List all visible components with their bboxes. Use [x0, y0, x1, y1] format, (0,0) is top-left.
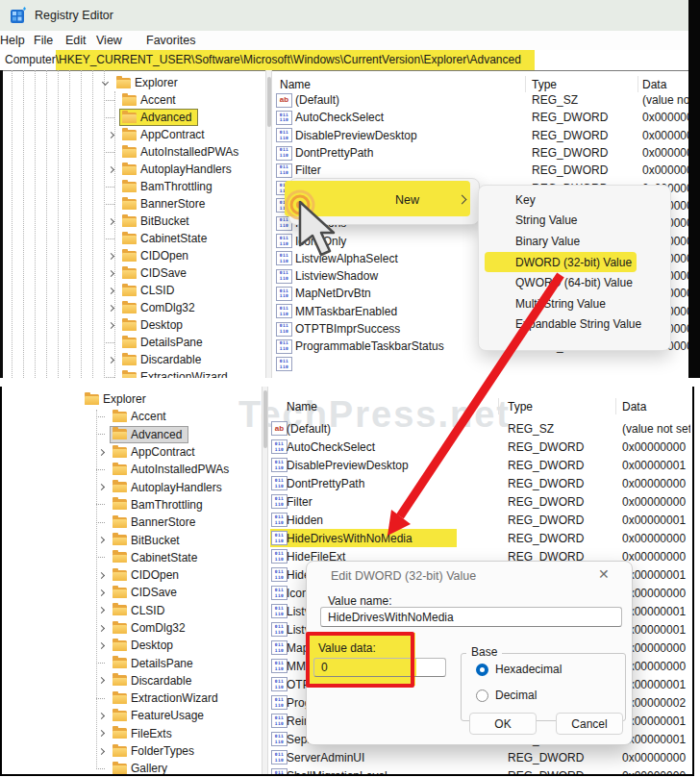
submenu-item[interactable]: Binary Value: [479, 231, 670, 252]
tree-item[interactable]: Accent: [2, 408, 260, 425]
tree-item[interactable]: CIDSave: [2, 584, 260, 601]
chevron-icon[interactable]: [98, 624, 107, 633]
tree-scrollbar[interactable]: [265, 70, 272, 378]
submenu-item[interactable]: Key: [479, 189, 670, 211]
table-row[interactable]: (Default) REG_SZ (value not set): [270, 419, 690, 438]
tree-item[interactable]: CLSID: [2, 602, 260, 619]
tree-item[interactable]: AutoplayHandlers: [2, 478, 260, 495]
submenu-item[interactable]: DWORD (32-bit) Value: [485, 252, 637, 273]
submenu-item[interactable]: String Value: [479, 211, 670, 232]
tree-item[interactable]: Discardable: [3, 351, 265, 368]
table-row[interactable]: HideDrivesWithNoMedia REG_DWORD 0x000000…: [270, 529, 690, 547]
tree-item[interactable]: CIDOpen: [3, 247, 265, 264]
chevron-icon[interactable]: [108, 165, 116, 174]
chevron-icon[interactable]: [108, 183, 116, 191]
chevron-icon[interactable]: [108, 252, 116, 261]
tree-item[interactable]: Discardable: [2, 672, 260, 689]
table-row[interactable]: (Default) REG_SZ (value not set): [272, 91, 688, 109]
tree-item[interactable]: Desktop: [3, 316, 265, 334]
tree-item[interactable]: CIDSave: [3, 264, 265, 282]
address-bar[interactable]: Computer\HKEY_CURRENT_USER\Software\Micr…: [0, 50, 688, 71]
table-row[interactable]: Filter REG_DWORD 0x00000000: [270, 492, 690, 511]
tree-item[interactable]: ComDlg32: [3, 299, 265, 316]
cancel-button[interactable]: Cancel: [556, 713, 623, 735]
chevron-icon[interactable]: [108, 200, 116, 209]
menu-item[interactable]: Favorites: [146, 34, 195, 47]
tree-item[interactable]: Accent: [3, 91, 265, 109]
tree-item[interactable]: Explorer: [3, 74, 265, 91]
tree-item[interactable]: CIDOpen: [2, 566, 260, 584]
chevron-icon[interactable]: [108, 287, 116, 295]
chevron-icon[interactable]: [108, 269, 116, 278]
chevron-icon[interactable]: [108, 148, 116, 157]
tree-item[interactable]: BannerStore: [2, 514, 260, 531]
ok-button[interactable]: OK: [469, 713, 537, 735]
submenu-item[interactable]: Multi-String Value: [479, 293, 670, 314]
chevron-icon[interactable]: [98, 694, 107, 703]
radio-unselected-icon[interactable]: [476, 689, 488, 702]
tree-item[interactable]: AutoInstalledPWAs: [2, 461, 260, 478]
table-row[interactable]: DontPrettyPath REG_DWORD 0x00000000: [270, 474, 690, 492]
chevron-icon[interactable]: [98, 413, 107, 421]
tree-scrollbar[interactable]: [262, 387, 268, 774]
tree-item[interactable]: BitBucket: [2, 531, 260, 548]
menu-item[interactable]: File: [34, 34, 53, 47]
tree-item[interactable]: BannerStore: [3, 195, 265, 213]
tree-item[interactable]: FileExts: [2, 725, 260, 742]
column-header-type[interactable]: Type: [508, 400, 533, 414]
chevron-icon[interactable]: [108, 304, 116, 313]
chevron-icon[interactable]: [108, 217, 116, 226]
chevron-icon[interactable]: [98, 465, 107, 474]
submenu-item[interactable]: Expandable String Value: [479, 314, 670, 336]
chevron-icon[interactable]: [108, 113, 116, 122]
table-row[interactable]: DisablePreviewDesktop REG_DWORD 0x000000…: [272, 127, 688, 144]
column-header-name[interactable]: Name: [287, 400, 317, 414]
tree-item[interactable]: CLSID: [3, 282, 265, 299]
chevron-icon[interactable]: [98, 764, 107, 773]
chevron-icon[interactable]: [108, 321, 116, 330]
tree-item[interactable]: BamThrottling: [2, 496, 260, 514]
tree-item[interactable]: DetailsPane: [3, 334, 265, 351]
tree-item[interactable]: ExtractionWizard: [2, 689, 260, 707]
chevron-icon[interactable]: [98, 553, 107, 562]
table-row[interactable]: ServerAdminUI REG_DWORD 0x00000000: [270, 748, 690, 766]
chevron-icon[interactable]: [98, 589, 107, 597]
column-header-type[interactable]: Type: [532, 78, 557, 91]
chevron-icon[interactable]: [108, 338, 116, 347]
chevron-icon[interactable]: [98, 606, 107, 614]
tree-item[interactable]: AppContract: [3, 126, 265, 143]
table-row[interactable]: AutoCheckSelect REG_DWORD 0x00000000: [270, 438, 690, 456]
chevron-icon[interactable]: [98, 483, 107, 491]
table-row[interactable]: Hidden REG_DWORD 0x00000001: [270, 511, 690, 529]
menu-item[interactable]: View: [96, 34, 122, 47]
table-row[interactable]: AutoCheckSelect REG_DWORD 0x00000000: [272, 109, 688, 126]
table-row[interactable]: DisablePreviewDesktop REG_DWORD 0x000000…: [270, 456, 690, 474]
radio-decimal[interactable]: Decimal: [476, 689, 537, 702]
menu-item[interactable]: Help: [0, 34, 25, 47]
tree-item[interactable]: FeatureUsage: [2, 707, 260, 724]
chevron-icon[interactable]: [70, 395, 79, 404]
chevron-icon[interactable]: [98, 712, 107, 720]
radio-hexadecimal[interactable]: Hexadecimal: [476, 663, 562, 676]
column-divider[interactable]: [615, 398, 616, 414]
tree-item[interactable]: BitBucket: [3, 213, 265, 230]
table-row[interactable]: ShellMigrationLevel REG_DWORD 0x00000000: [270, 766, 690, 774]
tree-item[interactable]: CabinetState: [2, 549, 260, 566]
chevron-icon[interactable]: [98, 518, 107, 527]
tree-item[interactable]: Advanced: [3, 109, 265, 126]
column-divider[interactable]: [638, 76, 638, 92]
chevron-icon[interactable]: [108, 235, 116, 243]
scrollbar-thumb[interactable]: [263, 390, 267, 448]
tree-item[interactable]: AutoplayHandlers: [3, 161, 265, 178]
tree-item[interactable]: CabinetState: [3, 230, 265, 247]
context-menu-item-new[interactable]: New: [395, 189, 419, 211]
table-row[interactable]: [272, 355, 688, 372]
tree-item[interactable]: Desktop: [2, 637, 260, 654]
chevron-icon[interactable]: [98, 676, 107, 685]
chevron-icon[interactable]: [98, 729, 107, 738]
chevron-icon[interactable]: [102, 79, 111, 88]
chevron-icon[interactable]: [98, 659, 107, 667]
tree-item[interactable]: Explorer: [2, 390, 260, 408]
value-name-input[interactable]: HideDrivesWithNoMedia: [320, 607, 622, 627]
chevron-icon[interactable]: [98, 641, 107, 650]
